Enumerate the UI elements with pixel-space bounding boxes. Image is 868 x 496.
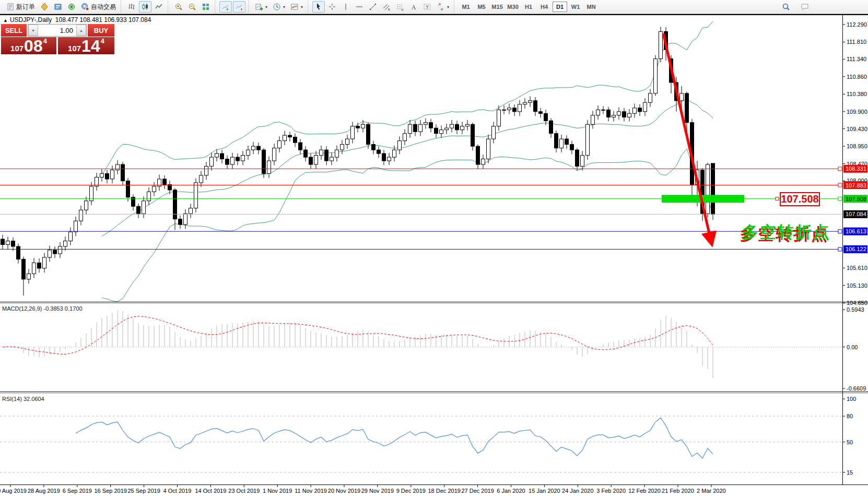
one-click-collapse-icon[interactable]: ▲	[3, 18, 8, 23]
toolbar-new-chart-button[interactable]: ▾	[253, 1, 269, 13]
candle	[581, 156, 584, 167]
toolbar-line-chart-button[interactable]	[153, 1, 165, 13]
candle	[58, 246, 62, 254]
candle	[502, 110, 506, 110]
svg-text:21 Feb 2020: 21 Feb 2020	[662, 488, 694, 494]
toolbar-zoom-out-button[interactable]	[186, 1, 198, 13]
svg-text:28 Aug 2019: 28 Aug 2019	[28, 488, 60, 494]
candle	[388, 157, 391, 161]
toolbar-text-button[interactable]: A	[407, 1, 420, 13]
sell-price-handle: 107	[10, 44, 24, 52]
timeframe-m5-button[interactable]: M5	[474, 2, 489, 12]
toolbar-data-window-button[interactable]	[52, 1, 64, 13]
hline-handle[interactable]	[838, 183, 842, 187]
volume-increase-button[interactable]: ▲	[76, 25, 86, 36]
timeframe-m30-button[interactable]: M30	[506, 2, 520, 12]
toolbar-candlestick-chart-button[interactable]	[139, 1, 151, 13]
toolbar-cursor-button[interactable]	[312, 1, 325, 13]
buy-price-handle: 107	[68, 44, 81, 52]
sell-price-box[interactable]: 107 08 4	[1, 37, 56, 54]
candle	[382, 153, 386, 161]
timeframe-d1-button[interactable]: D1	[553, 2, 567, 12]
candle	[137, 206, 140, 214]
svg-text:F: F	[402, 8, 404, 11]
volume-decrease-button[interactable]: ▼	[28, 25, 38, 36]
candle	[241, 156, 245, 161]
candle	[220, 153, 224, 159]
timeframe-m15-button[interactable]: M15	[490, 2, 505, 12]
buy-button[interactable]: BUY	[88, 24, 114, 37]
sell-button[interactable]: SELL	[1, 24, 27, 37]
toolbar-crosshair-button[interactable]	[326, 1, 338, 13]
toolbar-trendline-button[interactable]	[367, 1, 379, 13]
toolbar-bar-chart-button[interactable]	[125, 1, 138, 13]
toolbar-fibonacci-button[interactable]: F	[394, 1, 406, 13]
candle	[476, 146, 480, 164]
zone-endpoint-handle[interactable]	[776, 197, 779, 200]
timeframe-m1-button[interactable]: M1	[459, 2, 473, 12]
svg-text:23 Oct 2019: 23 Oct 2019	[228, 488, 260, 494]
price-level-callout[interactable]: 107.508	[780, 192, 820, 206]
line-icon	[155, 3, 163, 11]
candle	[48, 250, 52, 257]
toolbar-vertical-line-button[interactable]	[339, 1, 352, 13]
toolbar-group: 新订单自动交易	[0, 0, 121, 14]
candle	[659, 31, 663, 58]
toolbar-chat-button[interactable]	[799, 1, 811, 13]
candle	[100, 173, 104, 177]
toolbar-templates-button[interactable]: ▾	[288, 1, 305, 13]
dropdown-arrow-icon[interactable]: ▾	[283, 5, 285, 9]
candle	[200, 175, 203, 183]
buy-price-box[interactable]: 107 14 4	[58, 37, 114, 54]
hline-handle[interactable]	[838, 167, 842, 171]
toolbar-tile-windows-button[interactable]	[200, 1, 212, 13]
toolbar-zoom-in-button[interactable]	[172, 1, 185, 13]
candle	[628, 113, 631, 117]
toolbar-new-order-button[interactable]: 新订单	[4, 1, 37, 13]
turning-point-annotation[interactable]: 多空转折点	[742, 221, 831, 243]
candle	[706, 164, 710, 214]
hline-handle[interactable]	[838, 197, 842, 200]
timeframe-w1-button[interactable]: W1	[568, 2, 583, 12]
candle	[184, 214, 187, 225]
toolbar-auto-trading-button[interactable]: 自动交易	[79, 1, 118, 13]
toolbar-chart-shift-button[interactable]	[233, 1, 245, 13]
toolbar-equidistant-channel-button[interactable]: E	[380, 1, 393, 13]
dropdown-arrow-icon[interactable]: ▾	[265, 5, 267, 9]
candle	[74, 221, 78, 232]
volume-input[interactable]: 1.00	[38, 25, 76, 36]
market-watch-icon	[40, 3, 49, 11]
toolbar-horizontal-line-button[interactable]	[353, 1, 366, 13]
candle	[633, 108, 637, 114]
candle	[685, 93, 689, 123]
zoom-in-icon	[174, 3, 183, 11]
toolbar-signals-button[interactable]	[65, 1, 78, 13]
hline-handle[interactable]	[838, 247, 842, 251]
svg-text:6 Sep 2019: 6 Sep 2019	[63, 488, 92, 494]
toolbar-arrows-button[interactable]: ▾	[435, 1, 451, 13]
toolbar-text-label-button[interactable]: T	[421, 1, 433, 13]
timeframe-h1-button[interactable]: H1	[521, 2, 536, 12]
chart-canvas[interactable]: 112.290111.810111.340110.860110.380109.9…	[0, 0, 868, 496]
candle	[32, 263, 36, 274]
timeframe-h4-button[interactable]: H4	[537, 2, 552, 12]
candle	[455, 124, 459, 130]
candle	[638, 108, 642, 112]
svg-text:107.883: 107.883	[846, 182, 866, 188]
toolbar-search-button[interactable]	[780, 1, 792, 13]
candle	[466, 124, 470, 126]
dropdown-arrow-icon[interactable]: ▾	[301, 5, 303, 9]
toolbar-button-label: 自动交易	[91, 3, 116, 11]
toolbar-market-watch-button[interactable]	[38, 1, 51, 13]
hline-handle[interactable]	[838, 230, 842, 233]
svg-text:0.00: 0.00	[847, 344, 858, 350]
dropdown-arrow-icon[interactable]: ▾	[447, 5, 449, 9]
auto-scroll-icon	[221, 3, 230, 11]
svg-text:14 Oct 2019: 14 Oct 2019	[195, 488, 226, 494]
candle	[570, 145, 574, 150]
candle	[356, 126, 360, 128]
toolbar-periods-button[interactable]: ▾	[271, 1, 287, 13]
timeframe-mn-button[interactable]: MN	[584, 2, 599, 12]
toolbar-auto-scroll-button[interactable]	[219, 1, 232, 13]
candle	[492, 126, 496, 139]
